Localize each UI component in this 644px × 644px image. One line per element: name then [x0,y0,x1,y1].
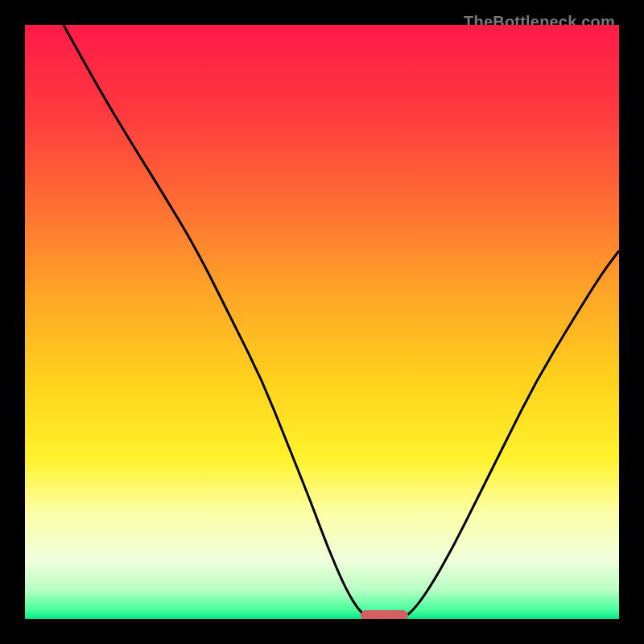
curve-layer [25,25,619,619]
plot-area [25,25,619,619]
chart-frame: TheBottleneck.com [13,13,631,631]
optimal-range-marker [361,610,408,619]
bottleneck-curve [64,25,619,619]
